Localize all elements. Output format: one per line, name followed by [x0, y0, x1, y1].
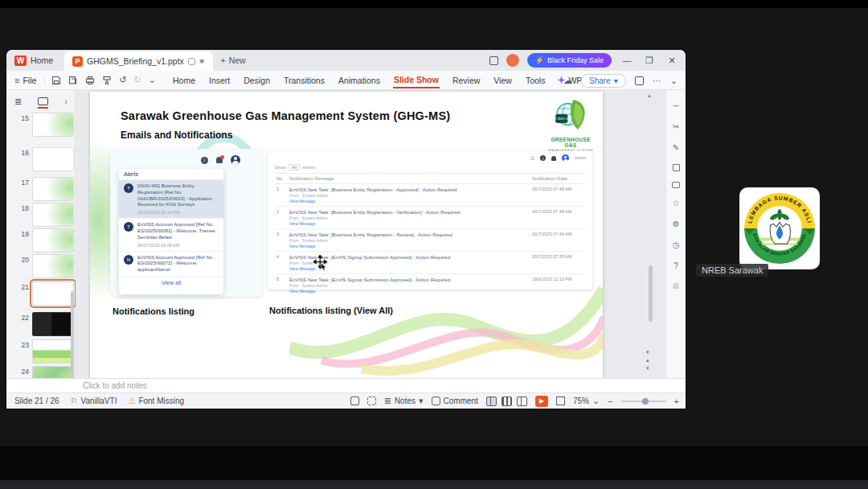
table-row: 3 EnVISS New Task: [Business Entity Regi… [275, 229, 585, 252]
font-missing-warning[interactable]: ⚠ Font Missing [128, 397, 184, 405]
expand-panel-icon[interactable]: › [64, 97, 68, 106]
black-friday-sale-button[interactable]: ⚡ Black Friday Sale [527, 53, 612, 68]
help-icon[interactable]: ? [674, 261, 678, 272]
thumbnail-22[interactable]: 22 [13, 312, 74, 336]
printer-icon[interactable] [85, 76, 95, 85]
slide-sorter-icon[interactable] [502, 397, 512, 406]
tab-slide-show[interactable]: Slide Show [393, 72, 440, 88]
settings-icon[interactable]: ⚙ [673, 220, 680, 230]
slideshow-play-button[interactable]: ▶ [535, 396, 548, 407]
canvas-scrollbar[interactable] [649, 265, 653, 322]
alert-item-1: T [GHG-MS] Business Entity Registration … [119, 180, 223, 219]
scroll-down-icon[interactable]: ▾ [646, 349, 649, 355]
status-bar: Slide 21 / 26 ⚐ VanillaVTI ⚠ Font Missin… [6, 392, 686, 409]
more-quick-icon[interactable]: ⌄ [149, 75, 156, 85]
notes-bar[interactable]: Click to add notes [6, 378, 686, 392]
zoom-slider[interactable] [621, 401, 666, 402]
fit-slide-icon[interactable] [556, 397, 565, 405]
zoom-out-button[interactable]: − [608, 397, 612, 406]
tab-view[interactable]: View [493, 73, 513, 88]
edit-icon[interactable]: ✎ [673, 143, 679, 154]
ribbon-layout-icon[interactable] [635, 76, 644, 85]
apps-grid-icon[interactable]: ▦ [673, 282, 680, 290]
thumbnail-20[interactable]: 20 [13, 254, 74, 278]
history-clock-icon[interactable]: ◷ [673, 240, 680, 251]
tab-transitions[interactable]: Transitions [283, 73, 326, 88]
share-chevron-icon: ▾ [614, 76, 618, 85]
thumbnail-18[interactable]: 18 [13, 203, 74, 227]
comment-panel-icon[interactable] [672, 182, 680, 188]
document-tab[interactable]: P GHGMS_Briefing_v1.pptx ✱ [64, 51, 213, 71]
nreb-logo: LEMBAGA SUMBER ASLI DAN ALAM SEKITAR SAR… [743, 191, 817, 265]
format-painter-icon[interactable] [102, 76, 112, 85]
caption-right: Notifications listing (View All) [269, 306, 393, 315]
menu-bar: ≡ File ↺ ↻ ⌄ Home Insert Design Transiti… [6, 71, 686, 90]
previous-slide-icon[interactable]: ▴ [646, 357, 649, 363]
theme-name: VanillaVTI [81, 397, 117, 405]
window-tab-bar: W Home P GHGMS_Briefing_v1.pptx ✱ + New … [6, 50, 686, 71]
thumbnail-15[interactable]: 15 [13, 113, 74, 137]
collapse-ribbon-icon[interactable]: ⌄ [670, 76, 678, 86]
thumbnail-19[interactable]: 19 [13, 228, 74, 253]
favorites-star-icon[interactable]: ☆ [673, 199, 680, 209]
bell-notification-icon [216, 157, 223, 163]
restore-button[interactable]: ❐ [642, 55, 657, 66]
home-tab-label: Home [31, 55, 53, 65]
scroll-up-icon[interactable]: ▴ [648, 92, 651, 99]
tab-home[interactable]: Home [172, 73, 196, 88]
thumbnail-scrollbar[interactable] [71, 291, 74, 380]
save-icon[interactable] [51, 76, 61, 85]
zoom-in-button[interactable]: + [674, 397, 679, 406]
thumbnail-17[interactable]: 17 [13, 177, 74, 201]
outline-view-icon[interactable]: ≣ [14, 97, 22, 107]
col-date: Notification Date [532, 176, 585, 181]
shapes-icon[interactable] [673, 164, 680, 171]
notes-toggle[interactable]: ≣ Notes ▾ [384, 396, 424, 406]
share-button[interactable]: Share ▾ [581, 74, 626, 88]
single-page-icon[interactable] [350, 397, 359, 405]
tab-review[interactable]: Review [452, 73, 481, 88]
file-menu[interactable]: ≡ File [6, 76, 44, 85]
print-preview-icon[interactable] [68, 76, 78, 85]
thumbnail-23[interactable]: 23 [13, 339, 74, 364]
move-cursor [313, 255, 328, 271]
undo-icon[interactable]: ↺ [119, 75, 126, 85]
comment-button[interactable]: Comment [432, 397, 478, 405]
new-tab-button[interactable]: + New [213, 55, 254, 65]
separate-window-icon[interactable] [489, 56, 498, 65]
collapse-icon[interactable]: ─ [673, 101, 678, 112]
cloud-icon[interactable]: ☁ [563, 76, 572, 86]
row-message: EnVISS New Task: [Business Entity Regist… [289, 209, 532, 216]
exit-mode-icon[interactable] [367, 397, 376, 405]
wave-ribbon-decoration [289, 261, 603, 378]
redo-icon[interactable]: ↻ [134, 75, 141, 85]
next-slide-icon[interactable]: ▾ [646, 365, 649, 371]
tab-tools[interactable]: Tools [525, 73, 547, 88]
tab-design[interactable]: Design [243, 73, 271, 88]
alert-text: [GHG-MS] Business Entity Registration [R… [137, 183, 219, 208]
participant-name-badge: NREB Sarawak [696, 264, 768, 277]
screen: W Home P GHGMS_Briefing_v1.pptx ✱ + New … [0, 0, 868, 489]
row-date: 30/7/2025 07:48 AM [532, 187, 585, 204]
theme-flag-icon: ⚐ [71, 397, 78, 405]
minimize-button[interactable]: — [620, 55, 634, 65]
reading-view-icon[interactable] [517, 397, 527, 406]
thumbnail-16[interactable]: 16 [13, 147, 74, 171]
tools-icon[interactable]: ✂ [673, 122, 679, 133]
tab-animations[interactable]: Animations [338, 73, 381, 88]
notes-toggle-label: Notes [395, 397, 416, 405]
tab-insert[interactable]: Insert [208, 73, 231, 88]
more-options-icon[interactable]: ⋯ [653, 76, 661, 86]
zoom-level[interactable]: 75% ⌄ [573, 396, 600, 406]
normal-view-icon[interactable] [486, 397, 497, 406]
wps-home-tab[interactable]: W Home [6, 50, 64, 71]
account-avatar[interactable] [506, 54, 519, 67]
alert-avatar: T [124, 183, 133, 193]
theme-indicator[interactable]: ⚐ VanillaVTI [71, 397, 117, 405]
thumbnail-21-selected[interactable]: 21 [13, 281, 74, 306]
entries-label: entries [302, 165, 316, 170]
slide-view-icon[interactable] [38, 97, 48, 105]
slide-21[interactable]: Sarawak Greenhouse Gas Management System… [90, 92, 603, 378]
close-button[interactable]: ✕ [665, 55, 679, 66]
home-icon: ⌂ [530, 155, 534, 162]
